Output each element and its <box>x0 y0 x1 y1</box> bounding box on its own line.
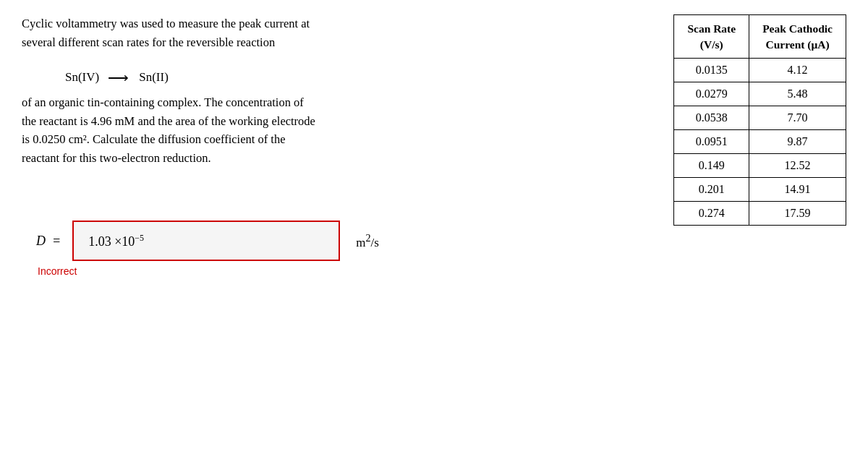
scan-rate-cell: 0.0538 <box>674 106 749 130</box>
scan-rate-cell: 0.0135 <box>674 59 749 82</box>
table-row: 0.274 17.59 <box>674 202 846 226</box>
exponent-power: −5 <box>135 233 144 243</box>
table-row: 0.201 14.91 <box>674 178 846 202</box>
table-header-row: Scan Rate (V/s) Peak Cathodic Current (μ… <box>674 15 846 59</box>
peak-current-cell: 17.59 <box>749 202 846 226</box>
peak-current-cell: 5.48 <box>749 82 846 106</box>
table-row: 0.149 12.52 <box>674 154 846 178</box>
product: Sn(II) <box>139 70 169 85</box>
right-panel: Scan Rate (V/s) Peak Cathodic Current (μ… <box>673 14 846 226</box>
table-row: 0.0951 9.87 <box>674 130 846 154</box>
scan-rate-cell: 0.149 <box>674 154 749 178</box>
body-text: of an organic tin-containing complex. Th… <box>22 93 644 167</box>
peak-current-cell: 12.52 <box>749 154 846 178</box>
scan-rate-cell: 0.0279 <box>674 82 749 106</box>
scan-rate-cell: 0.274 <box>674 202 749 226</box>
incorrect-feedback: Incorrect <box>38 265 644 277</box>
reaction-line: Sn(IV) ⟶ Sn(II) <box>65 69 644 86</box>
answer-value: 1.03 ×10−5 <box>88 233 144 249</box>
table-row: 0.0538 7.70 <box>674 106 846 130</box>
body-line2: the reactant is 4.96 mM and the area of … <box>22 114 315 128</box>
peak-current-cell: 9.87 <box>749 130 846 154</box>
answer-input-box[interactable]: 1.03 ×10−5 <box>72 221 340 261</box>
table-row: 0.0279 5.48 <box>674 82 846 106</box>
table-row: 0.0135 4.12 <box>674 59 846 82</box>
scan-rate-cell: 0.201 <box>674 178 749 202</box>
reaction-arrow: ⟶ <box>108 69 130 86</box>
data-table: Scan Rate (V/s) Peak Cathodic Current (μ… <box>673 14 846 226</box>
peak-current-cell: 7.70 <box>749 106 846 130</box>
answer-section: D = 1.03 ×10−5 m2/s <box>36 221 644 261</box>
page-layout: Cyclic voltammetry was used to measure t… <box>22 14 846 277</box>
col2-header: Peak Cathodic Current (μA) <box>749 15 846 59</box>
units-label: m2/s <box>356 232 379 250</box>
units-superscript: 2 <box>365 232 370 244</box>
peak-current-cell: 4.12 <box>749 59 846 82</box>
intro-line1: Cyclic voltammetry was used to measure t… <box>22 17 310 30</box>
problem-text: Cyclic voltammetry was used to measure t… <box>22 14 644 51</box>
exponent-base: ×10 <box>114 234 135 249</box>
peak-current-cell: 14.91 <box>749 178 846 202</box>
body-line1: of an organic tin-containing complex. Th… <box>22 95 304 109</box>
intro-line2: several different scan rates for the rev… <box>22 35 275 49</box>
body-line4: reactant for this two-electron reduction… <box>22 151 211 165</box>
body-line3: is 0.0250 cm². Calculate the diffusion c… <box>22 132 286 146</box>
variable-label: D = <box>36 234 61 249</box>
reactant: Sn(IV) <box>65 70 99 85</box>
left-panel: Cyclic voltammetry was used to measure t… <box>22 14 644 277</box>
col1-header: Scan Rate (V/s) <box>674 15 749 59</box>
scan-rate-cell: 0.0951 <box>674 130 749 154</box>
